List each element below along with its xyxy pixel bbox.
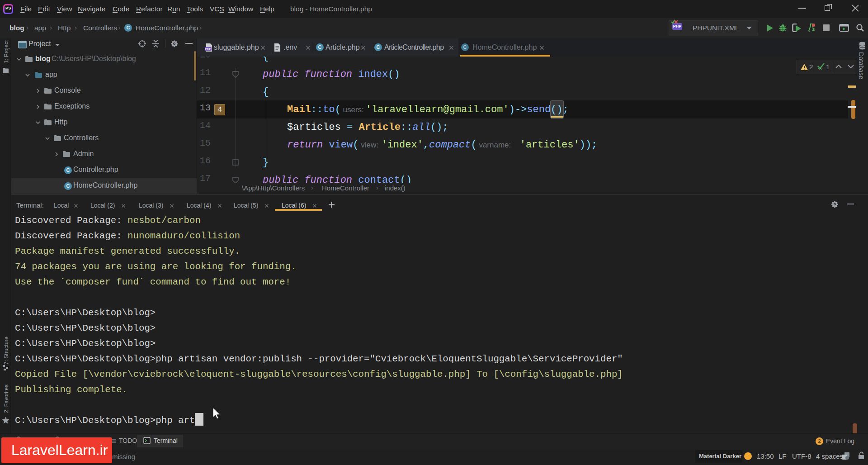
svg-text:PHP: PHP bbox=[205, 47, 212, 51]
